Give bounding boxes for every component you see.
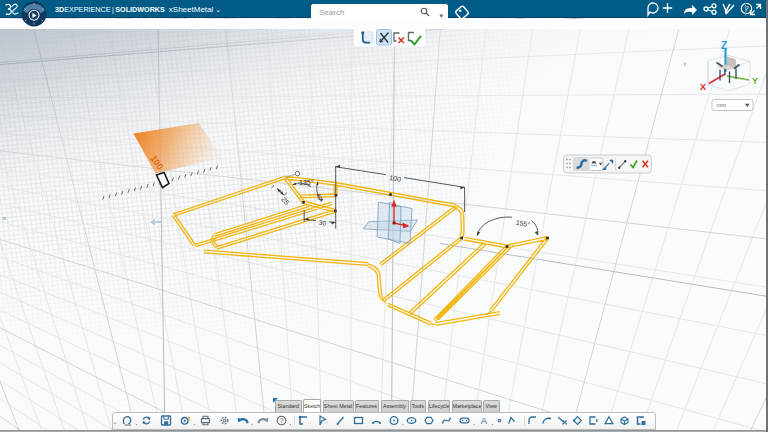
svg-text:A: A (481, 415, 488, 426)
svg-text:Y: Y (752, 76, 758, 86)
svg-text:Z: Z (721, 40, 727, 51)
svg-text:‹: ‹ (684, 59, 687, 69)
svg-text:X: X (700, 82, 706, 92)
svg-text:»: » (2, 214, 7, 223)
svg-text:30: 30 (318, 219, 326, 227)
svg-text:?: ? (744, 4, 749, 13)
svg-text:⌄: ⌄ (112, 418, 118, 425)
svg-text:135°: 135° (299, 179, 314, 186)
svg-text:?: ? (280, 417, 284, 424)
svg-text:mm: mm (717, 102, 727, 108)
